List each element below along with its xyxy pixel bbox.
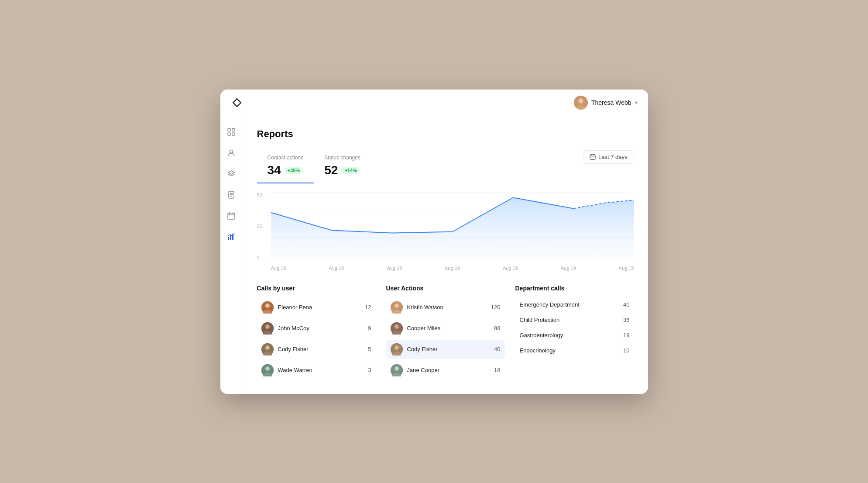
dept-count-gastro: 19	[623, 332, 629, 338]
user-name-cody2: Cody Fisher	[407, 346, 490, 352]
user-name-kristin: Kristin Watson	[407, 304, 487, 310]
chart-container: 50 25 0	[257, 192, 634, 271]
list-item[interactable]: John McCoy 9	[257, 319, 376, 338]
user-count-cody: 5	[368, 346, 371, 352]
avatar	[261, 343, 274, 355]
svg-point-34	[265, 324, 270, 329]
x-label-7: Aug 19	[619, 266, 634, 271]
sidebar-item-dashboard[interactable]	[223, 123, 240, 141]
user-count-john: 9	[368, 325, 371, 331]
user-actions-title: User Actions	[386, 285, 505, 292]
date-filter-button[interactable]: Last 7 days	[583, 150, 634, 164]
dept-item[interactable]: Child Protection 36	[515, 313, 634, 327]
svg-rect-6	[228, 133, 230, 135]
dept-name-endo: Endocrinology	[520, 347, 556, 354]
sidebar-item-calendar[interactable]	[223, 207, 240, 224]
svg-rect-7	[232, 133, 235, 135]
status-changes-badge: +14%	[341, 167, 360, 174]
calendar-icon	[590, 154, 596, 160]
y-label-0: 0	[257, 255, 269, 260]
list-item[interactable]: Wade Warren 3	[257, 361, 376, 380]
user-profile[interactable]: Theresa Webb ▾	[574, 96, 638, 110]
dept-name-child: Child Protection	[520, 317, 560, 323]
dept-item[interactable]: Endocrinology 10	[515, 344, 634, 357]
sidebar-item-contacts[interactable]	[223, 144, 240, 162]
dept-count-emergency: 40	[623, 301, 629, 308]
avatar	[391, 301, 403, 314]
status-changes-value: 52	[324, 163, 338, 177]
x-label-4: Aug 19	[445, 266, 460, 271]
contact-actions-badge: +35%	[285, 167, 303, 174]
svg-point-31	[265, 304, 270, 308]
svg-point-2	[578, 98, 583, 104]
chart-area	[271, 192, 634, 260]
sidebar-item-analytics[interactable]	[223, 228, 240, 245]
bottom-grid: Calls by user Eleanor Pena 12 John McCoy	[257, 285, 634, 382]
user-count-kristin: 120	[491, 304, 501, 310]
user-name-cody: Cody Fisher	[278, 346, 364, 352]
sidebar-item-layers[interactable]	[223, 165, 240, 183]
tab-status-changes[interactable]: Status changes 52 +14%	[314, 150, 371, 183]
user-count-wade: 3	[368, 367, 371, 373]
svg-point-37	[265, 345, 270, 350]
main-content: Reports Contact actions 34 +35% Status c…	[243, 116, 648, 394]
chart-x-labels: Aug 19 Aug 19 Aug 19 Aug 19 Aug 19 Aug 1…	[271, 266, 634, 271]
contact-actions-value: 34	[268, 163, 281, 177]
user-count-eleanor: 12	[365, 304, 371, 310]
tab-contact-actions[interactable]: Contact actions 34 +35%	[257, 150, 314, 183]
svg-rect-4	[228, 128, 230, 131]
chart-y-labels: 50 25 0	[257, 192, 269, 260]
list-item[interactable]: Jane Cooper 18	[386, 361, 505, 380]
department-calls-section: Department calls Emergency Department 40…	[515, 285, 634, 382]
dept-count-endo: 10	[623, 347, 629, 354]
svg-rect-17	[228, 237, 229, 240]
x-label-2: Aug 19	[329, 266, 344, 271]
calls-by-user-title: Calls by user	[257, 285, 376, 292]
avatar	[574, 96, 588, 110]
sidebar-item-docs[interactable]	[223, 186, 240, 204]
user-name-john: John McCoy	[278, 325, 364, 331]
avatar	[391, 364, 403, 376]
avatar	[391, 322, 403, 335]
logo-icon	[231, 97, 243, 109]
svg-point-40	[265, 366, 270, 371]
dept-count-child: 36	[623, 317, 629, 323]
x-label-6: Aug 19	[561, 266, 576, 271]
y-label-50: 50	[257, 192, 269, 197]
avatar	[261, 322, 274, 335]
user-count-jane: 18	[494, 367, 500, 373]
svg-point-46	[395, 324, 399, 329]
svg-point-49	[395, 345, 399, 350]
calls-by-user-section: Calls by user Eleanor Pena 12 John McCoy	[257, 285, 376, 382]
svg-rect-18	[230, 235, 231, 240]
dept-item[interactable]: Emergency Department 40	[515, 298, 634, 311]
svg-rect-13	[228, 213, 235, 219]
list-item[interactable]: Cooper Miles 88	[386, 319, 505, 338]
svg-marker-29	[573, 200, 634, 260]
dept-item[interactable]: Gastroenterology 19	[515, 328, 634, 342]
list-item[interactable]: Kristin Watson 120	[386, 298, 505, 317]
top-bar: Theresa Webb ▾	[220, 90, 648, 116]
list-item[interactable]: Eleanor Pena 12	[257, 298, 376, 317]
user-actions-section: User Actions Kristin Watson 120 Cooper M…	[386, 285, 505, 382]
status-changes-label: Status changes	[324, 155, 360, 161]
user-name: Theresa Webb	[591, 99, 631, 106]
avatar	[261, 301, 274, 314]
x-label-5: Aug 19	[503, 266, 518, 271]
user-name-jane: Jane Cooper	[407, 367, 490, 373]
user-name-cooper: Cooper Miles	[407, 325, 490, 331]
y-label-25: 25	[257, 224, 269, 229]
page-title: Reports	[257, 128, 634, 140]
user-name-eleanor: Eleanor Pena	[278, 304, 361, 310]
list-item-highlighted[interactable]: Cody Fisher 40	[386, 340, 505, 359]
list-item[interactable]: Cody Fisher 5	[257, 340, 376, 359]
dept-name-gastro: Gastroenterology	[520, 332, 563, 338]
user-name-wade: Wade Warren	[278, 367, 364, 373]
avatar	[261, 364, 274, 376]
svg-point-52	[395, 366, 399, 371]
department-calls-title: Department calls	[515, 285, 634, 292]
svg-point-43	[395, 304, 399, 308]
svg-rect-5	[232, 128, 235, 131]
sidebar	[220, 116, 243, 394]
svg-rect-20	[590, 155, 595, 159]
